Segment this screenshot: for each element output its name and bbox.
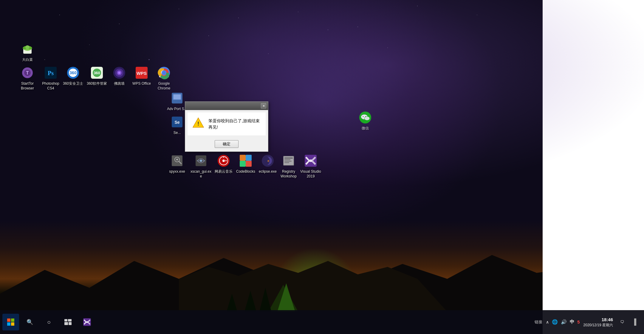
wps-icon: WPS bbox=[134, 66, 149, 80]
antivirus-icon[interactable]: 5 bbox=[577, 319, 580, 324]
svg-point-21 bbox=[93, 69, 101, 77]
icon-netease[interactable]: 网易云音乐 bbox=[212, 154, 236, 174]
icon-codeblocks[interactable]: CodeBlocks bbox=[234, 154, 258, 174]
svg-point-49 bbox=[222, 160, 225, 162]
registry-label: Registry Workshop bbox=[277, 169, 301, 179]
vs-taskbar-button[interactable] bbox=[79, 314, 95, 330]
spyxx-label: spyxx.exe bbox=[168, 169, 186, 174]
svg-point-8 bbox=[23, 46, 32, 51]
dialog-buttons: 确定 bbox=[185, 138, 268, 151]
svg-rect-15 bbox=[45, 67, 57, 79]
cortana-button[interactable]: ○ bbox=[41, 314, 57, 330]
spyxx-icon bbox=[170, 154, 184, 168]
svg-point-71 bbox=[363, 116, 364, 117]
svg-rect-60 bbox=[283, 156, 294, 166]
svg-text:360: 360 bbox=[69, 70, 77, 75]
icon-wechat[interactable]: 微信 bbox=[353, 110, 377, 131]
icon-360safe[interactable]: 360 360安全卫士 bbox=[61, 66, 85, 86]
eclipse-icon: e bbox=[261, 154, 275, 168]
dialog-message: 笨蛋你咬到自己了,游戏结束再见! bbox=[208, 118, 261, 130]
svg-point-43 bbox=[176, 159, 178, 160]
volume-icon[interactable]: 🔊 bbox=[561, 319, 567, 325]
icon-360manager[interactable]: 360 360软件管家 bbox=[85, 66, 109, 86]
svg-text:Se: Se bbox=[174, 120, 179, 125]
svg-line-42 bbox=[179, 161, 181, 164]
icon-xscangui[interactable]: xscan_gui.exe bbox=[189, 154, 213, 179]
fotiao-icon bbox=[112, 66, 126, 80]
360manager-icon: 360 bbox=[90, 66, 104, 80]
svg-rect-53 bbox=[246, 155, 252, 161]
icon-eclipse[interactable]: e eclipse.exe bbox=[256, 154, 280, 174]
svg-point-47 bbox=[218, 155, 230, 167]
svg-point-23 bbox=[113, 67, 125, 79]
xscangui-icon bbox=[194, 154, 208, 168]
svg-point-45 bbox=[200, 160, 202, 162]
icon-spyxx[interactable]: spyxx.exe bbox=[165, 154, 189, 174]
taskbar: 🔍 ○ 链接 ∧ bbox=[0, 310, 644, 334]
360safe-icon: 360 bbox=[66, 66, 80, 80]
registry-icon bbox=[281, 154, 296, 168]
show-desktop-button[interactable]: ▌ bbox=[631, 317, 642, 327]
svg-point-31 bbox=[162, 70, 166, 75]
svg-point-30 bbox=[160, 69, 168, 77]
svg-rect-40 bbox=[172, 155, 182, 166]
desktop-icons: 大白菜 T StartTor Browser Ps Photoshop CS4 bbox=[0, 0, 644, 310]
svg-point-72 bbox=[365, 116, 366, 117]
icon-startbrowser[interactable]: T StartTor Browser bbox=[16, 66, 39, 91]
dialog-ok-button[interactable]: 确定 bbox=[215, 140, 239, 148]
taskview-button[interactable] bbox=[60, 314, 76, 330]
svg-rect-81 bbox=[64, 322, 68, 325]
desktop: 大白菜 T StartTor Browser Ps Photoshop CS4 bbox=[0, 0, 644, 334]
svg-point-48 bbox=[219, 157, 228, 165]
svg-point-25 bbox=[117, 70, 122, 75]
dialog-close-button[interactable]: ✕ bbox=[261, 103, 266, 109]
notification-button[interactable]: 🗨 bbox=[617, 317, 627, 327]
svg-point-18 bbox=[69, 69, 77, 77]
icon-dabai[interactable]: 大白菜 bbox=[16, 42, 39, 63]
wechat-icon bbox=[358, 110, 372, 125]
svg-rect-67 bbox=[309, 160, 312, 162]
svg-rect-64 bbox=[284, 161, 292, 162]
icon-wps[interactable]: WPS WPS Office bbox=[130, 66, 154, 86]
chrome-icon bbox=[157, 66, 171, 80]
svg-point-29 bbox=[158, 67, 170, 79]
taskbar-left: 🔍 ○ bbox=[2, 314, 95, 330]
ime-button[interactable]: 中 bbox=[570, 319, 574, 325]
svg-rect-79 bbox=[64, 319, 67, 321]
taskbar-right: 链接 ∧ 🌐 🔊 中 5 18:46 2020/12/19 星期六 🗨 ▌ bbox=[535, 316, 642, 328]
wps-label: WPS Office bbox=[131, 81, 152, 86]
vstudio-icon bbox=[304, 154, 318, 168]
svg-rect-37 bbox=[175, 100, 179, 102]
codeblocks-label: CodeBlocks bbox=[235, 169, 256, 174]
360manager-label: 360软件管家 bbox=[86, 81, 108, 86]
photoshop-label: Photoshop CS4 bbox=[39, 81, 63, 91]
svg-point-10 bbox=[27, 46, 32, 50]
svg-rect-77 bbox=[7, 322, 10, 326]
startbrowser-label: StartTor Browser bbox=[16, 81, 39, 91]
360safe-label: 360安全卫士 bbox=[62, 81, 84, 86]
icon-chrome[interactable]: Google Chrome bbox=[152, 66, 176, 91]
icon-photoshop[interactable]: Ps Photoshop CS4 bbox=[39, 66, 63, 91]
taskbar-time: 18:46 bbox=[583, 316, 613, 323]
svg-rect-34 bbox=[172, 93, 182, 103]
svg-rect-76 bbox=[11, 318, 14, 322]
svg-rect-65 bbox=[284, 162, 289, 163]
taskbar-clock[interactable]: 18:46 2020/12/19 星期六 bbox=[583, 316, 613, 328]
icon-fotiao[interactable]: 佛跳墙 bbox=[107, 66, 131, 86]
message-dialog[interactable]: ✕ ! 笨蛋你咬到自己了,游戏结束再见! 确定 bbox=[185, 101, 268, 152]
svg-point-58 bbox=[264, 157, 270, 165]
svg-rect-52 bbox=[240, 155, 246, 161]
tray-expand-button[interactable]: ∧ bbox=[546, 320, 549, 324]
icon-registry[interactable]: Registry Workshop bbox=[277, 154, 301, 179]
search-button[interactable]: 🔍 bbox=[21, 314, 38, 330]
dialog-titlebar: ✕ bbox=[185, 102, 268, 110]
network-icon[interactable]: 🌐 bbox=[552, 319, 558, 325]
svg-rect-54 bbox=[240, 161, 246, 167]
icon-vstudio[interactable]: Visual Studio 2019 bbox=[299, 154, 323, 179]
svg-rect-7 bbox=[23, 48, 32, 54]
start-button[interactable] bbox=[2, 314, 19, 330]
eclipse-label: eclipse.exe bbox=[258, 169, 278, 174]
svg-point-57 bbox=[264, 157, 272, 165]
se360-icon: Se bbox=[170, 115, 184, 129]
svg-point-33 bbox=[162, 71, 166, 75]
